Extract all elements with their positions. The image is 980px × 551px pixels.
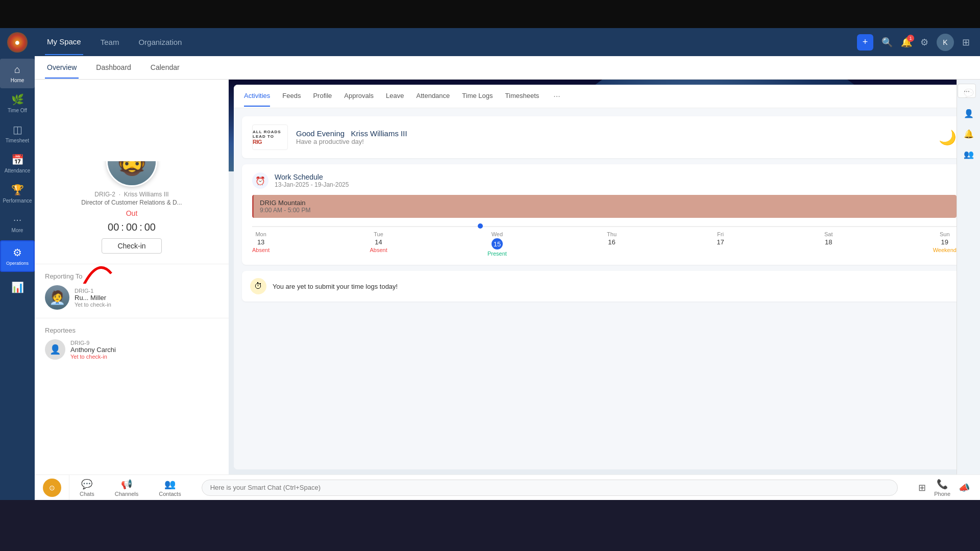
- settings-button[interactable]: ⚙: [920, 37, 928, 48]
- tab-calendar[interactable]: Calendar: [149, 57, 182, 79]
- body-content: ··· 🧔 DRIG-2 ·: [35, 80, 980, 474]
- reports-icon: 📊: [11, 281, 24, 293]
- notification-badge: 1: [907, 35, 914, 42]
- util-person-icon[interactable]: 👤: [960, 104, 978, 122]
- sidebar-item-reports[interactable]: 📊: [0, 276, 35, 298]
- nav-myspace[interactable]: My Space: [45, 29, 83, 55]
- performance-icon: 🏆: [11, 184, 24, 196]
- today-dot: [478, 223, 483, 229]
- sidebar-item-attendance[interactable]: 📅 Attendance: [0, 148, 35, 179]
- bottom-nav-channels[interactable]: 📢 Channels: [115, 479, 138, 497]
- sidebar-item-performance[interactable]: 🏆 Performance: [0, 179, 35, 209]
- greeting-card: ALL ROADS LEAD TO RIG Good Evening Kriss…: [242, 116, 967, 158]
- checkin-timer: 00 : 00 : 00: [108, 221, 156, 233]
- timelogs-icon: ⏱: [250, 278, 266, 294]
- sidebar-item-timeoff[interactable]: 🌿 Time Off: [0, 88, 35, 118]
- work-schedule-card: ⏰ Work Schedule 13-Jan-2025 - 19-Jan-202…: [242, 164, 967, 265]
- reportee-avatar: 👤: [45, 339, 65, 360]
- sidebar-item-timesheet[interactable]: ◫ Timesheet: [0, 118, 35, 148]
- search-button[interactable]: 🔍: [881, 37, 893, 48]
- greeting-title: Good Evening Kriss Williams III: [296, 129, 407, 138]
- bottom-nav-contacts[interactable]: 👥 Contacts: [159, 479, 181, 497]
- reportee-info: DRIG-9 Anthony Carchi Yet to check-in: [70, 340, 116, 360]
- reporting-title: Reporting To: [45, 272, 218, 280]
- inner-tab-timesheets[interactable]: Timesheets: [505, 86, 540, 107]
- schedule-title: Work Schedule: [275, 173, 349, 181]
- sidebar-item-operations[interactable]: ⚙ Operations: [0, 240, 35, 272]
- home-icon: ⌂: [14, 64, 20, 76]
- reporter-avatar: 🧑‍💼: [45, 285, 69, 310]
- reporter-name: Ru... Miller: [75, 294, 111, 302]
- nav-organization[interactable]: Organization: [136, 30, 184, 55]
- grid-view-icon: ⊞: [918, 482, 926, 493]
- broadcast-button[interactable]: 📣: [959, 482, 970, 493]
- left-panel: 🧔 DRIG-2 · Kriss Williams III Director o…: [35, 80, 229, 474]
- grid-button[interactable]: ⊞: [962, 37, 970, 48]
- grid-view-button[interactable]: ⊞: [918, 482, 926, 493]
- phone-icon: 📞: [937, 479, 948, 490]
- bottom-bar: ⊙ 💬 Chats 📢 Channels 👥 Contacts: [35, 474, 980, 500]
- inner-tab-approvals[interactable]: Approvals: [344, 86, 374, 107]
- notifications-button[interactable]: 🔔 1: [901, 37, 912, 48]
- profile-status: Out: [126, 209, 138, 217]
- reportee-name: Anthony Carchi: [70, 346, 116, 354]
- checkin-button[interactable]: Check-in: [102, 238, 161, 254]
- smart-chat-input[interactable]: [202, 480, 898, 496]
- reportee-status: Yet to check-in: [70, 354, 116, 360]
- right-content-panel: Activities Feeds Profile Approvals Leave…: [234, 85, 975, 469]
- util-bell-icon[interactable]: 🔔: [960, 124, 978, 143]
- week-day-mon: Mon 13 Absent: [252, 231, 270, 257]
- week-day-wed: Wed 15 Present: [487, 231, 507, 257]
- bottom-logo[interactable]: ⊙: [43, 479, 61, 497]
- reporter-status: Yet to check-in: [75, 302, 111, 308]
- phone-button[interactable]: 📞 Phone: [934, 479, 950, 497]
- main-layout: ● ⌂ Home 🌿 Time Off ◫ Timesheet 📅 Attend…: [0, 28, 980, 500]
- inner-tab-attendance[interactable]: Attendance: [416, 86, 450, 107]
- timeoff-icon: 🌿: [11, 93, 24, 106]
- week-days: Mon 13 Absent Tue 14 Absent: [252, 231, 957, 257]
- bottom-nav-chats[interactable]: 💬 Chats: [80, 479, 94, 497]
- reportee-id: DRIG-9: [70, 340, 116, 346]
- profile-id: DRIG-2 · Kriss Williams III: [94, 191, 168, 198]
- banner-options-button[interactable]: ···: [958, 84, 976, 98]
- broadcast-icon: 📣: [959, 482, 970, 493]
- timelogs-message: You are yet to submit your time logs tod…: [273, 283, 398, 290]
- tue-status: Absent: [370, 247, 387, 253]
- reporting-section: Reporting To 🧑‍💼 DRIG-1 Ru... Miller Yet…: [35, 264, 229, 318]
- reporter-info: DRIG-1 Ru... Miller Yet to check-in: [75, 288, 111, 308]
- top-navigation: My Space Team Organization + 🔍 🔔 1 ⚙: [35, 28, 980, 56]
- inner-tab-timelogs[interactable]: Time Logs: [462, 86, 493, 107]
- schedule-info: Work Schedule 13-Jan-2025 - 19-Jan-2025: [275, 173, 349, 188]
- tab-dashboard[interactable]: Dashboard: [94, 57, 133, 79]
- inner-tab-feeds[interactable]: Feeds: [282, 86, 301, 107]
- contacts-icon: 👥: [164, 479, 176, 490]
- content-scroll-area[interactable]: ALL ROADS LEAD TO RIG Good Evening Kriss…: [234, 108, 975, 469]
- profile-avatar: 🧔: [106, 161, 157, 187]
- util-team-icon[interactable]: 👥: [960, 145, 978, 163]
- moon-icon: 🌙: [939, 129, 957, 146]
- inner-tab-profile[interactable]: Profile: [313, 86, 332, 107]
- icon-sidebar: ● ⌂ Home 🌿 Time Off ◫ Timesheet 📅 Attend…: [0, 28, 35, 500]
- app-logo[interactable]: ●: [7, 32, 28, 53]
- nav-team[interactable]: Team: [99, 30, 121, 55]
- shift-name: DRIG Mountain: [260, 199, 950, 207]
- week-timeline: [252, 226, 957, 227]
- inner-tab-activities[interactable]: Activities: [244, 86, 270, 107]
- timesheet-icon: ◫: [13, 123, 22, 136]
- avatar-initial: K: [943, 38, 947, 46]
- add-icon: +: [863, 37, 868, 47]
- bottom-left: ⊙: [35, 475, 69, 500]
- profile-title: Director of Customer Relations & D...: [81, 199, 182, 206]
- chats-icon: 💬: [81, 479, 92, 490]
- user-avatar[interactable]: K: [937, 34, 954, 51]
- week-day-tue: Tue 14 Absent: [370, 231, 387, 257]
- tab-overview[interactable]: Overview: [45, 57, 79, 79]
- more-icon: ···: [13, 214, 22, 226]
- add-button[interactable]: +: [857, 34, 873, 51]
- mon-status: Absent: [252, 247, 270, 253]
- sidebar-item-home[interactable]: ⌂ Home: [0, 59, 35, 88]
- sidebar-item-more[interactable]: ··· More: [0, 209, 35, 238]
- more-tabs-button[interactable]: ···: [553, 92, 560, 101]
- company-logo: ALL ROADS LEAD TO RIG: [252, 124, 288, 150]
- inner-tab-leave[interactable]: Leave: [386, 86, 404, 107]
